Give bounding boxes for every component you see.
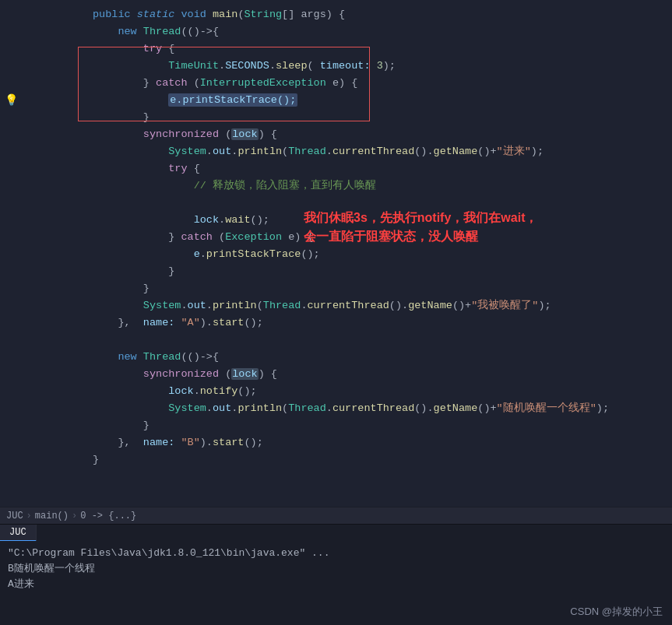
breadcrumb-item-1[interactable]: JUC [6,511,23,521]
editor-area: 我们休眠3s，先执行notify，我们在wait， 会一直陷于阻塞状态，没人唤醒… [0,0,672,524]
breadcrumb-item-2[interactable]: main() [35,511,69,521]
bulb-icon: 💡 [5,92,18,109]
terminal-line-2: B随机唤醒一个线程 [8,561,664,577]
terminal-tab-juc[interactable]: JUC [0,525,37,542]
breadcrumb-sep-2: › [72,511,77,521]
terminal-tabs: JUC [0,524,672,541]
terminal-line-3: A进来 [8,577,664,592]
terminal-line-1: "C:\Program Files\Java\jdk1.8.0_121\bin\… [8,546,664,561]
code-line-26: }, name: "B").start(); [0,434,672,451]
breadcrumb-item-3[interactable]: 0 -> {...} [80,511,136,521]
breadcrumb-bar: JUC › main() › 0 -> {...} [0,507,672,524]
watermark: CSDN @掉发的小王 [570,605,663,619]
code-line-27: } [0,451,672,469]
breadcrumb-sep-1: › [26,511,32,521]
code-line-11: // 释放锁，陷入阻塞，直到有人唤醒 [0,177,672,195]
code-line-19: }, name: "A").start(); [0,314,672,332]
line-content-27: } [23,434,99,486]
